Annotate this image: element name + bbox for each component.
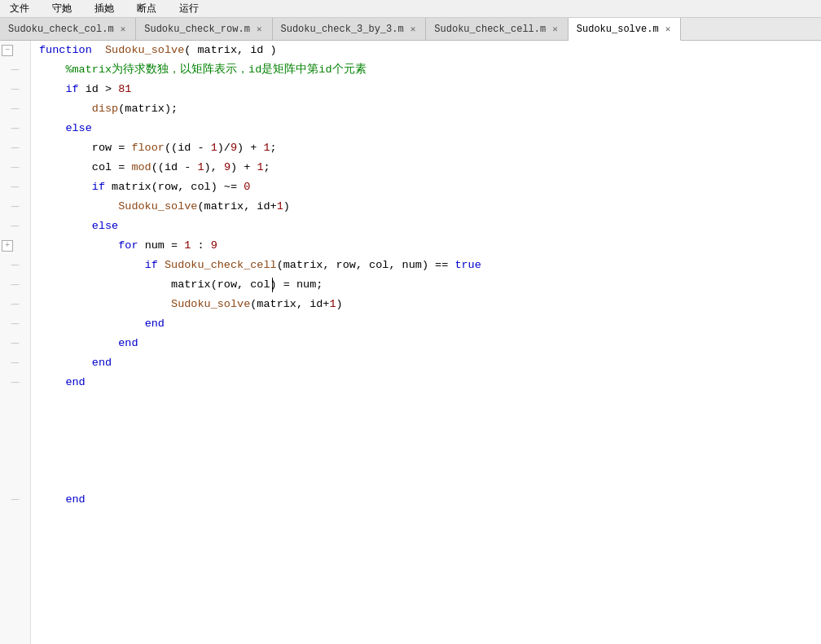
keyword-end-5: end: [65, 490, 85, 510]
gutter-line-11: +: [0, 236, 30, 256]
num-1d: 1: [257, 158, 263, 177]
menu-edit[interactable]: 守她: [49, 2, 75, 15]
gutter-line-19: [0, 392, 30, 412]
fold-expand-icon[interactable]: +: [2, 240, 13, 252]
comment-line: %matrix为待求数独，以矩阵表示，id是矩阵中第id个元素: [39, 60, 367, 80]
menu-run[interactable]: 运行: [176, 2, 202, 15]
code-line-4: disp(matrix);: [31, 99, 821, 119]
code-line-7: col = mod((id - 1), 9) + 1;: [31, 158, 821, 177]
code-line-23: [31, 471, 821, 490]
code-line-9: Sudoku_solve(matrix, id+1): [31, 197, 821, 217]
tab-close-icon[interactable]: ✕: [664, 24, 673, 34]
gutter-line-24: —: [0, 490, 30, 510]
gutter-line-15: —: [0, 314, 30, 334]
text-cursor: [272, 278, 273, 292]
code-line-11: for num = 1 : 9: [31, 236, 821, 256]
gutter-line-6: —: [0, 138, 30, 158]
fn-sudokusolve-1: Sudoku_solve: [118, 197, 197, 217]
tab-sudoku-solve[interactable]: Sudoku_solve.m ✕: [569, 18, 681, 41]
keyword-if-2: if: [92, 177, 105, 197]
tab-close-icon[interactable]: ✕: [255, 24, 264, 34]
gutter-line-9: —: [0, 197, 30, 217]
gutter-line-8: —: [0, 177, 30, 197]
keyword-for: for: [118, 236, 138, 256]
code-line-1: function Sudoku_solve( matrix, id ): [31, 41, 821, 60]
gutter-line-23: [0, 471, 30, 490]
tab-bar: Sudoku_check_col.m ✕ Sudoku_check_row.m …: [0, 18, 821, 41]
tab-close-icon[interactable]: ✕: [409, 24, 418, 34]
num-1e: 1: [277, 197, 283, 217]
code-line-16: end: [31, 334, 821, 353]
code-area[interactable]: function Sudoku_solve( matrix, id ) %mat…: [31, 41, 821, 644]
code-line-22: [31, 451, 821, 471]
keyword-end-3: end: [92, 353, 112, 373]
code-line-21: [31, 432, 821, 451]
fn-name: Sudoku_solve: [105, 41, 184, 60]
gutter-line-13: —: [0, 275, 30, 295]
code-line-6: row = floor((id - 1)/9) + 1;: [31, 138, 821, 158]
keyword-end-1: end: [145, 314, 165, 334]
num-9a: 9: [230, 138, 237, 158]
tab-sudoku-check-col[interactable]: Sudoku_check_col.m ✕: [0, 18, 136, 40]
tab-label: Sudoku_check_row.m: [144, 24, 250, 35]
fn-sudokucheckcell: Sudoku_check_cell: [165, 256, 277, 275]
gutter-line-21: [0, 432, 30, 451]
code-line-15: end: [31, 314, 821, 334]
keyword-if-1: if: [65, 80, 78, 99]
menu-file[interactable]: 文件: [7, 2, 33, 15]
tab-sudoku-check-row[interactable]: Sudoku_check_row.m ✕: [136, 18, 272, 40]
fn-sudokusolve-2: Sudoku_solve: [171, 295, 250, 314]
gutter-line-22: [0, 451, 30, 471]
num-1b: 1: [263, 138, 270, 158]
fn-mod: mod: [131, 158, 151, 177]
gutter-line-18: —: [0, 373, 30, 392]
menu-insert[interactable]: 插她: [91, 2, 117, 15]
code-line-8: if matrix(row, col) ~= 0: [31, 177, 821, 197]
gutter-line-5: —: [0, 119, 30, 138]
gutter-line-7: —: [0, 158, 30, 177]
code-line-19: [31, 392, 821, 412]
tab-label: Sudoku_solve.m: [577, 24, 659, 35]
keyword-true: true: [454, 256, 481, 275]
code-line-5: else: [31, 119, 821, 138]
num-1a: 1: [211, 138, 217, 158]
tab-close-icon[interactable]: ✕: [119, 24, 128, 34]
code-line-13: matrix(row, col) = num;: [31, 275, 821, 295]
gutter-line-3: —: [0, 80, 30, 99]
tab-sudoku-check-3by3[interactable]: Sudoku_check_3_by_3.m ✕: [273, 18, 427, 40]
gutter-line-2: —: [0, 60, 30, 80]
num-1c: 1: [197, 158, 204, 177]
tab-label: Sudoku_check_cell.m: [434, 24, 546, 35]
gutter-line-12: —: [0, 256, 30, 275]
num-81: 81: [118, 80, 131, 99]
fn-floor: floor: [131, 138, 165, 158]
gutter-line-14: —: [0, 295, 30, 314]
gutter-line-4: —: [0, 99, 30, 119]
tab-label: Sudoku_check_col.m: [8, 24, 114, 35]
keyword-end-4: end: [65, 373, 85, 392]
tab-close-icon[interactable]: ✕: [551, 24, 560, 34]
menu-bar: 文件 守她 插她 断点 运行: [0, 0, 821, 18]
code-line-3: if id > 81: [31, 80, 821, 99]
num-0: 0: [244, 177, 250, 197]
num-1f: 1: [184, 236, 191, 256]
keyword-function: function: [39, 41, 92, 60]
gutter-line-16: —: [0, 334, 30, 353]
gutter-line-10: —: [0, 217, 30, 236]
menu-breakpoint[interactable]: 断点: [134, 2, 160, 15]
keyword-end-2: end: [118, 334, 138, 353]
gutter-line-1: −: [0, 41, 30, 60]
fn-disp: disp: [92, 99, 118, 119]
code-lines: function Sudoku_solve( matrix, id ) %mat…: [31, 41, 821, 510]
num-1g: 1: [329, 295, 336, 314]
code-line-14: Sudoku_solve(matrix, id+1): [31, 295, 821, 314]
code-line-20: [31, 412, 821, 432]
code-line-12: if Sudoku_check_cell(matrix, row, col, n…: [31, 256, 821, 275]
keyword-if-3: if: [145, 256, 158, 275]
line-number-gutter: − — — — — — — — — — + — — — — — — — —: [0, 41, 31, 644]
code-line-18: end: [31, 373, 821, 392]
code-line-17: end: [31, 353, 821, 373]
fold-collapse-icon[interactable]: −: [2, 45, 13, 56]
code-line-2: %matrix为待求数独，以矩阵表示，id是矩阵中第id个元素: [31, 60, 821, 80]
tab-sudoku-check-cell[interactable]: Sudoku_check_cell.m ✕: [426, 18, 568, 40]
